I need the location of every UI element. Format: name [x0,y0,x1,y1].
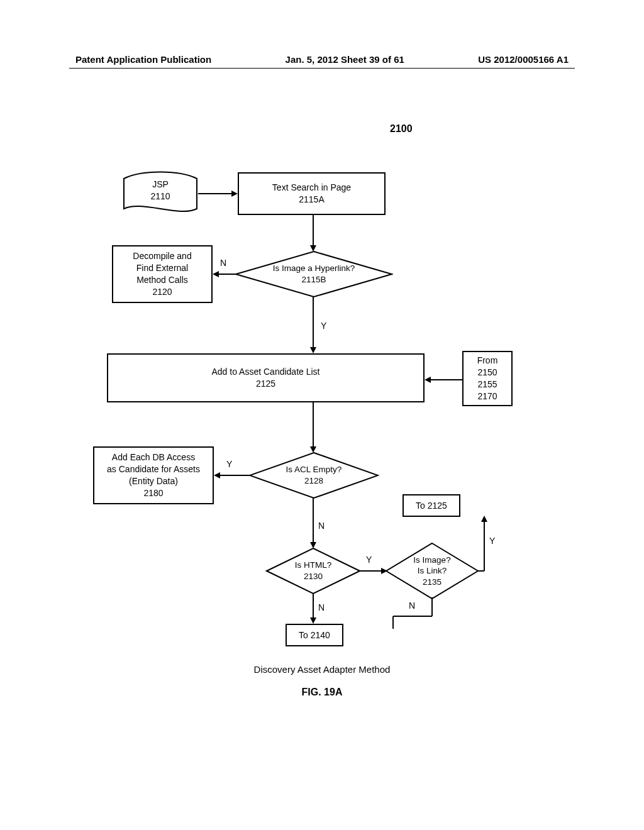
svg-marker-21 [381,568,387,574]
svg-marker-8 [310,347,316,353]
d-html-l1: Is HTML? [295,560,332,571]
svg-marker-23 [310,617,316,624]
arrow-jsp-to-textsearch [198,189,238,201]
label-n-imglink: N [409,600,415,611]
add-acl-l1: Add to Asset Candidate List [212,366,320,378]
node-add-db-access: Add Each DB Access as Candidate for Asse… [93,446,214,504]
svg-marker-26 [481,516,487,522]
label-y-html: Y [366,555,372,565]
add-db-l1: Add Each DB Access [107,451,200,463]
svg-marker-10 [425,377,431,383]
label-n-html: N [318,602,325,612]
d-imglink-l3: 2135 [413,577,450,588]
label-y-imglink: Y [489,536,495,546]
caption-text: Discovery Asset Adapter Method [0,664,644,675]
arrow-from-to-acl [425,375,462,387]
arrow-textsearch-to-hyperlink [308,215,321,252]
arrow-imglink-n-path [377,597,434,632]
arrow-hyperlink-to-acl [308,297,321,353]
add-db-l3: (Entity Data) [107,475,200,487]
node-decompile: Decompile and Find External Method Calls… [112,245,213,303]
from-l3: 2155 [477,379,498,390]
label-n-aclempty: N [318,521,325,531]
d-imglink-l2: Is Link? [413,565,450,577]
node-decision-image-link: Is Image? Is Link? 2135 [385,542,479,600]
figure-reference-number: 2100 [390,123,413,135]
diagram-canvas: 2100 JSP 2110 Text Search in Page 2115A … [0,0,644,830]
decompile-l3: Method Calls [133,274,191,286]
svg-marker-15 [214,472,220,479]
add-db-l4: 2180 [107,487,200,499]
node-to-2140: To 2140 [286,624,343,646]
node-to-2125: To 2125 [402,494,460,517]
jsp-ref: 2110 [123,191,198,202]
jsp-label: JSP [123,179,198,191]
text-search-ref: 2115A [272,194,351,206]
arrow-acl-to-aclempty [308,402,321,453]
arrow-aclempty-to-db [214,470,250,483]
decompile-l1: Decompile and [133,250,191,262]
arrow-hyperlink-to-decompile [213,269,236,282]
from-l4: 2170 [477,390,498,402]
d-acl-l1: Is ACL Empty? [286,464,342,475]
from-l2: 2150 [477,367,498,379]
to-2125-text: To 2125 [416,500,447,512]
arrow-html-to-imglink [360,566,387,578]
node-add-acl: Add to Asset Candidate List 2125 [107,353,425,402]
to-2140-text: To 2140 [299,629,330,641]
text-search-label: Text Search in Page [272,182,351,194]
node-jsp-document: JSP 2110 [123,171,198,216]
label-y-hyperlink: Y [321,321,326,331]
node-text-search: Text Search in Page 2115A [238,172,386,215]
d-hyperlink-l2: 2115B [273,274,355,285]
d-html-l2: 2130 [295,571,332,582]
label-n-hyperlink: N [220,258,226,268]
decompile-l2: Find External [133,262,191,274]
node-decision-hyperlink: Is Image a Hyperlink? 2115B [235,250,393,298]
node-decision-html: Is HTML? 2130 [265,547,361,595]
add-db-l2: as Candidate for Assets [107,463,200,475]
label-y-aclempty: Y [226,459,232,469]
figure-label: FIG. 19A [0,687,644,698]
node-from-references: From 2150 2155 2170 [462,351,513,406]
d-acl-l2: 2128 [286,475,342,487]
svg-marker-6 [213,271,219,277]
add-acl-l2: 2125 [212,378,320,390]
from-l1: From [477,355,498,367]
d-hyperlink-l1: Is Image a Hyperlink? [273,263,355,274]
d-imglink-l1: Is Image? [413,555,450,566]
svg-marker-1 [231,191,238,197]
node-decision-acl-empty: Is ACL Empty? 2128 [248,451,379,499]
decompile-l4: 2120 [133,286,191,298]
